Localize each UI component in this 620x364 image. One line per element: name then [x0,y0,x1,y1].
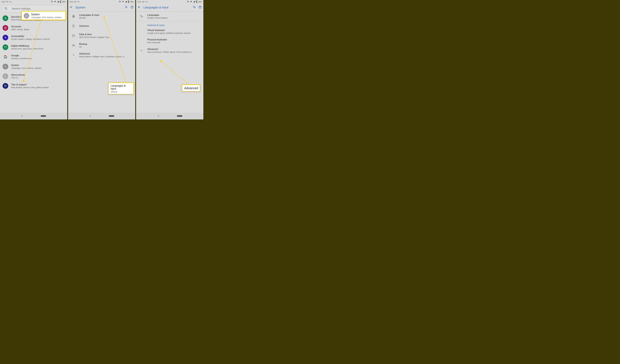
row-title: Advanced [79,52,133,55]
callout-title: Advanced [184,86,198,90]
wifi-icon [54,0,56,3]
row-sub: Not connected [147,41,201,44]
nav-home-pill[interactable] [41,115,46,117]
status-bar: 3:12 74° ••• 35% [0,0,67,3]
back-arrow-icon[interactable] [70,6,73,9]
keyboard-row[interactable]: Physical keyboardNot connected [136,36,203,46]
cloud-icon [71,43,76,48]
vibrate-icon [119,0,121,3]
cell-signal-icon [57,0,59,3]
row-sub: Services & preferences [11,57,65,60]
svg-rect-0 [51,1,52,2]
callout-sub: Gboard [111,91,131,93]
callout-title: System [31,13,62,16]
nav-home-pill[interactable] [177,115,182,117]
callout-languages-input: Languages & input Gboard [108,82,134,94]
row-sub: Google voice typing, SwiftKey Keyboard, … [147,32,201,34]
section-header-keyboard: Keyboard & inputs [136,21,203,27]
nav-home-pill[interactable] [109,115,114,117]
wifi-icon [122,0,124,3]
keyboard-row[interactable]: Virtual keyboardGoogle voice typing, Swi… [136,27,203,36]
translate-icon [139,14,144,19]
svg-point-8 [5,36,6,37]
status-bar: 3:12 74° ••• 35% [136,0,203,3]
search-icon[interactable] [193,6,196,9]
settings-row-info[interactable]: SystemLanguages, time, backup, updates [0,62,67,71]
row-sub: Input assistance, Pointer speed, Text-to… [147,51,201,53]
svg-rect-24 [187,1,188,2]
settings-row-accessibility[interactable]: AccessibilityScreen readers, display, in… [0,33,67,42]
languages-input-screen: 3:12 74° ••• 35% Languages & input Langu… [136,0,203,120]
row-title: Tips & support [11,83,65,86]
nav-back-button[interactable] [89,114,92,118]
wellbeing-icon [2,44,8,50]
nav-bar [136,113,203,120]
row-title: Languages & input [79,14,133,16]
screen-title: Languages & input [143,6,190,9]
system-row-globe[interactable]: Languages & inputGboard [68,12,135,21]
svg-point-18 [125,6,127,8]
settings-row-help[interactable]: Tips & supportHelp articles, phone & cha… [0,81,67,91]
cell-signal-icon [193,0,195,3]
row-sub: Pixel XL [11,77,65,79]
svg-rect-16 [128,0,129,1]
battery-percent: 35% [198,1,202,3]
gestures-icon [71,23,76,29]
settings-row-google[interactable]: GoogleServices & preferences [0,52,67,62]
help-icon [2,83,8,89]
screen-title: System [76,6,122,9]
phone-icon [2,73,8,79]
help-icon[interactable] [130,6,134,9]
more-dots-icon: ••• [10,1,12,3]
back-arrow-icon[interactable] [138,6,141,9]
nav-back-button[interactable] [21,114,24,118]
status-bar: 3:12 74° ••• 35% [68,0,135,3]
account-icon [2,25,8,31]
status-time: 3:12 [1,1,5,3]
cell-signal-icon [125,0,127,3]
settings-main-screen: 3:12 74° ••• 35% Search settings Securit… [0,0,67,120]
info-icon [24,13,29,18]
system-row-gestures[interactable]: Gestures [68,21,135,31]
svg-rect-2 [60,0,61,1]
row-sub: Languages, time, backup, updates [11,67,65,69]
svg-rect-26 [196,0,197,1]
settings-row-account[interactable]: AccountsOffice, Bring!, Skype [0,23,67,33]
battery-icon [60,0,61,3]
settings-row-wellbeing[interactable]: Digital WellbeingScreen time, app timers… [0,42,67,52]
row-title: Languages [147,14,201,16]
languages-row[interactable]: LanguagesEnglish (United States) [136,12,203,21]
system-row-chevron[interactable]: AdvancedReset options, Multiple users, D… [68,50,135,60]
settings-row-phone[interactable]: About phonePixel XL [0,71,67,81]
status-temp: 74° [74,1,77,3]
row-sub: On [79,46,133,48]
info-icon [2,64,8,69]
help-icon[interactable] [199,6,202,9]
vibrate-icon [51,0,53,3]
row-title: Gestures [79,25,133,28]
svg-rect-17 [128,2,129,2]
row-title: System [11,64,65,67]
row-title: Virtual keyboard [147,29,201,32]
search-icon[interactable] [125,6,128,9]
row-sub: Gboard [79,17,133,19]
annotation-marker [23,80,24,82]
system-settings-screen: 3:12 74° ••• 35% System Languages & inpu… [68,0,135,120]
battery-icon [128,0,129,3]
nav-back-button[interactable] [157,114,160,118]
callout-sub: Languages, time, backup, updates [31,16,62,18]
svg-rect-27 [196,2,197,2]
advanced-row[interactable]: AdvancedInput assistance, Pointer speed,… [136,46,203,55]
status-temp: 74° [142,1,145,3]
svg-point-7 [5,27,6,28]
search-icon [4,7,8,11]
row-sub: Screen time, app timers, Wind Down [11,48,65,50]
battery-percent: 35% [130,1,134,3]
system-row-cloud[interactable]: BackupOn [68,41,135,50]
svg-rect-3 [60,2,61,2]
nav-bar [68,113,135,120]
system-row-clock[interactable]: Date & timeGMT-04:00 Eastern Daylight Ti… [68,31,135,41]
callout-title: Languages & input [111,84,131,90]
callout-advanced: Advanced [182,84,200,91]
svg-point-4 [5,7,7,9]
